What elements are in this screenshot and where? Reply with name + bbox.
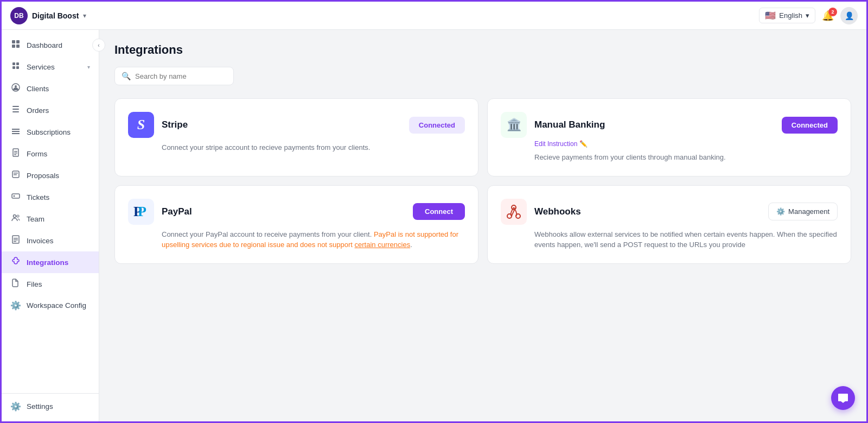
certain-currencies-link[interactable]: certain currencies (355, 241, 411, 249)
manual-banking-description: Recieve payments from your clients throu… (501, 152, 838, 163)
language-selector[interactable]: 🇺🇸 English ▾ (759, 8, 815, 23)
paypal-icon: P P (128, 199, 154, 225)
sidebar-item-invoices[interactable]: Invoices (2, 230, 99, 251)
edit-pencil-icon: ✏️ (579, 140, 588, 148)
webhooks-card-header: Webhooks ⚙️ Management (501, 199, 838, 225)
paypal-card-header: P P PayPal Connect (128, 199, 465, 225)
sidebar-item-orders[interactable]: Orders (2, 99, 99, 121)
svg-rect-17 (14, 151, 17, 152)
paypal-description: Connect your PayPal account to receive p… (128, 229, 465, 250)
svg-rect-11 (12, 109, 19, 110)
sidebar-services-label: Services (27, 63, 82, 71)
sidebar-workspace-label: Workspace Config (27, 301, 90, 310)
paypal-card: P P PayPal Connect Connect your PayPal a… (114, 185, 478, 264)
stripe-description: Connect your stripe account to recieve p… (128, 142, 465, 153)
sidebar-item-workspace-config[interactable]: ⚙️ Workspace Config (2, 295, 99, 316)
webhooks-title-group: Webhooks (501, 199, 581, 225)
team-icon (10, 213, 21, 224)
stripe-name: Stripe (162, 119, 188, 130)
svg-rect-30 (14, 241, 16, 242)
sidebar-collapse-button[interactable]: ‹ (92, 39, 105, 52)
sidebar-item-integrations[interactable]: Integrations (2, 251, 99, 273)
stripe-card-header: S Stripe Connected (128, 112, 465, 138)
sidebar-forms-label: Forms (27, 150, 90, 158)
services-chevron-icon: ▾ (87, 64, 90, 70)
svg-rect-19 (14, 154, 16, 155)
svg-point-24 (14, 195, 15, 197)
sidebar-item-proposals[interactable]: Proposals (2, 165, 99, 186)
integrations-icon (10, 257, 21, 268)
files-icon (10, 279, 21, 289)
management-label: Management (788, 207, 829, 216)
svg-rect-0 (12, 40, 15, 43)
sidebar-settings-label: Settings (27, 402, 90, 411)
sidebar-team-label: Team (27, 215, 90, 223)
search-icon: 🔍 (122, 72, 131, 80)
sidebar-integrations-label: Integrations (27, 258, 90, 267)
svg-rect-18 (14, 153, 17, 154)
sidebar-item-services[interactable]: Services ▾ (2, 56, 99, 78)
webhooks-management-button[interactable]: ⚙️ Management (768, 203, 838, 220)
subscriptions-icon (10, 127, 21, 137)
svg-point-25 (14, 215, 16, 218)
svg-rect-12 (12, 111, 19, 112)
paypal-connect-button[interactable]: Connect (413, 203, 465, 220)
sidebar-item-tickets[interactable]: Tickets (2, 186, 99, 208)
webhooks-card: Webhooks ⚙️ Management Webhooks allow ex… (487, 185, 851, 264)
sidebar-item-dashboard[interactable]: Dashboard (2, 34, 99, 56)
stripe-title-group: S Stripe (128, 112, 188, 138)
orders-icon (10, 105, 21, 116)
manual-banking-connected-button[interactable]: Connected (782, 117, 838, 134)
topbar-actions: 🇺🇸 English ▾ 🔔 2 👤 (759, 7, 858, 24)
sidebar-item-forms[interactable]: Forms (2, 143, 99, 165)
notifications-button[interactable]: 🔔 2 (822, 10, 834, 22)
topbar-brand-section: DB Digital Boost ▾ (10, 7, 86, 24)
svg-rect-6 (12, 66, 15, 69)
search-bar: 🔍 (114, 67, 234, 85)
sidebar-item-team[interactable]: Team (2, 208, 99, 230)
svg-rect-14 (12, 131, 20, 132)
search-input[interactable] (135, 72, 227, 80)
svg-rect-22 (14, 174, 17, 175)
svg-rect-29 (14, 239, 18, 241)
svg-rect-1 (16, 40, 20, 43)
webhooks-description: Webhooks allow external services to be n… (501, 229, 838, 250)
banking-icon: 🏛️ (501, 112, 527, 138)
manual-banking-title-group: 🏛️ Manual Banking (501, 112, 605, 138)
svg-text:P: P (138, 204, 146, 219)
main-content: Integrations 🔍 S Stripe Connected Connec… (99, 30, 866, 421)
svg-rect-28 (14, 238, 18, 239)
manual-banking-card: 🏛️ Manual Banking Connected Edit Instruc… (487, 98, 851, 176)
sidebar-tickets-label: Tickets (27, 193, 90, 201)
flag-icon: 🇺🇸 (765, 10, 776, 21)
invoices-icon (10, 235, 21, 246)
sidebar-clients-label: Clients (27, 85, 90, 93)
brand-chevron-icon[interactable]: ▾ (83, 12, 86, 20)
svg-rect-15 (12, 133, 20, 134)
user-avatar-button[interactable]: 👤 (840, 7, 858, 24)
sidebar-proposals-label: Proposals (27, 172, 90, 180)
chat-button[interactable] (831, 386, 855, 410)
edit-instruction-button[interactable]: Edit Instruction ✏️ (534, 140, 838, 148)
sidebar-subscriptions-label: Subscriptions (27, 128, 90, 136)
services-icon (10, 61, 21, 72)
svg-rect-23 (12, 194, 20, 198)
topbar: DB Digital Boost ▾ 🇺🇸 English ▾ 🔔 2 👤 (2, 2, 866, 30)
brand-avatar: DB (10, 7, 28, 24)
integrations-grid: S Stripe Connected Connect your stripe a… (114, 98, 851, 264)
webhooks-icon (501, 199, 527, 225)
sidebar: ‹ Dashboard Services ▾ Clients Orders (2, 30, 99, 421)
svg-rect-2 (12, 45, 15, 48)
sidebar-item-files[interactable]: Files (2, 273, 99, 295)
stripe-connected-button[interactable]: Connected (409, 117, 465, 134)
webhooks-name: Webhooks (534, 206, 581, 217)
sidebar-item-settings[interactable]: ⚙️ Settings (2, 396, 99, 417)
proposals-icon (10, 170, 21, 181)
layout: ‹ Dashboard Services ▾ Clients Orders (2, 30, 866, 421)
sidebar-files-label: Files (27, 280, 90, 288)
svg-point-26 (17, 215, 19, 217)
sidebar-item-subscriptions[interactable]: Subscriptions (2, 121, 99, 143)
edit-instruction-label: Edit Instruction (534, 140, 577, 148)
brand-name: Digital Boost (32, 11, 79, 20)
sidebar-item-clients[interactable]: Clients (2, 78, 99, 99)
